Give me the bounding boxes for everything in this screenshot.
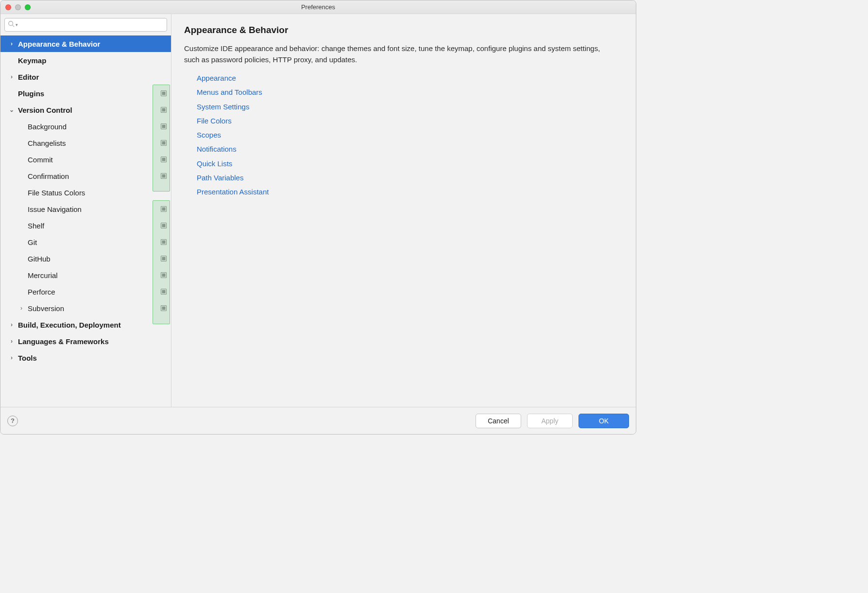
svg-rect-27	[162, 307, 166, 310]
project-scope-icon	[160, 206, 167, 212]
tree-item[interactable]: ·Plugins	[0, 85, 171, 102]
subpage-link[interactable]: Menus and Toolbars	[197, 85, 623, 99]
tree-item[interactable]: ·Keymap	[0, 52, 171, 69]
tree-item[interactable]: ·Background	[0, 118, 171, 135]
subpage-link[interactable]: File Colors	[197, 114, 623, 128]
page-description: Customize IDE appearance and behavior: c…	[184, 43, 602, 65]
svg-rect-11	[162, 158, 166, 161]
tree-item-label: Confirmation	[28, 172, 157, 180]
preferences-window: Preferences ▾ ›Appearance & Behavior·Key…	[0, 0, 636, 435]
project-scope-icon	[160, 288, 167, 295]
tree-item-label: GitHub	[28, 255, 157, 263]
svg-rect-7	[162, 125, 166, 128]
tree-item[interactable]: ·Perforce	[0, 283, 171, 300]
svg-rect-25	[162, 290, 166, 294]
subpage-link[interactable]: Appearance	[197, 71, 623, 85]
help-icon[interactable]: ?	[7, 416, 18, 426]
chevron-down-icon: ⌄	[8, 106, 15, 113]
tree-item-label: Editor	[18, 73, 167, 81]
tree-item-label: Changelists	[28, 139, 157, 147]
tree-item-label: Mercurial	[28, 271, 157, 279]
tree-item[interactable]: ›Editor	[0, 69, 171, 85]
project-scope-icon	[160, 156, 167, 163]
tree-item[interactable]: ·File Status Colors	[0, 184, 171, 201]
tree-item-label: Tools	[18, 354, 167, 362]
project-scope-icon	[160, 106, 167, 113]
subpage-link[interactable]: System Settings	[197, 100, 623, 114]
svg-rect-3	[162, 92, 166, 95]
subpage-link[interactable]: Scopes	[197, 128, 623, 142]
maximize-icon[interactable]	[25, 4, 31, 10]
project-scope-icon	[160, 305, 167, 312]
tree-item-label: Shelf	[28, 222, 157, 230]
svg-rect-23	[162, 274, 166, 277]
tree-item[interactable]: ·Issue Navigation	[0, 201, 171, 217]
search-dropdown-icon[interactable]: ▾	[16, 22, 18, 27]
search-input[interactable]	[21, 21, 164, 29]
tree-item-label: Subversion	[28, 304, 157, 313]
tree-item-label: Git	[28, 238, 157, 246]
tree-item[interactable]: ·GitHub	[0, 250, 171, 267]
tree-item[interactable]: ›Tools	[0, 349, 171, 366]
tree-item[interactable]: ›Languages & Frameworks	[0, 333, 171, 349]
window-title: Preferences	[0, 3, 636, 11]
main-panel: Appearance & Behavior Customize IDE appe…	[171, 14, 636, 407]
project-scope-icon	[160, 222, 167, 229]
chevron-right-icon: ›	[8, 354, 15, 361]
chevron-right-icon: ›	[8, 73, 15, 80]
svg-rect-17	[162, 224, 166, 227]
ok-button[interactable]: OK	[579, 414, 629, 428]
tree-item-label: Perforce	[28, 288, 157, 296]
tree-item[interactable]: ·Git	[0, 234, 171, 250]
project-scope-icon	[160, 173, 167, 179]
svg-point-0	[9, 21, 13, 26]
chevron-right-icon: ›	[18, 305, 25, 312]
apply-button: Apply	[527, 414, 573, 428]
project-scope-icon	[160, 140, 167, 146]
tree-item[interactable]: ·Mercurial	[0, 267, 171, 283]
project-scope-icon	[160, 255, 167, 262]
subpage-links: AppearanceMenus and ToolbarsSystem Setti…	[197, 71, 623, 199]
tree-item[interactable]: ·Shelf	[0, 217, 171, 234]
project-scope-icon	[160, 123, 167, 130]
chevron-right-icon: ›	[8, 338, 15, 345]
tree-item[interactable]: ·Commit	[0, 151, 171, 168]
minimize-icon[interactable]	[15, 4, 21, 10]
tree-item[interactable]: ·Changelists	[0, 135, 171, 151]
close-icon[interactable]	[5, 4, 11, 10]
tree-item-label: Appearance & Behavior	[18, 40, 167, 48]
svg-rect-9	[162, 141, 166, 145]
search-field[interactable]: ▾	[4, 18, 167, 32]
project-scope-icon	[160, 239, 167, 245]
svg-line-1	[13, 25, 15, 27]
svg-rect-5	[162, 108, 166, 112]
tree-item[interactable]: ›Appearance & Behavior	[0, 35, 171, 52]
tree-item-label: Build, Execution, Deployment	[18, 321, 167, 329]
project-scope-icon	[160, 272, 167, 279]
svg-rect-15	[162, 208, 166, 211]
subpage-link[interactable]: Presentation Assistant	[197, 185, 623, 199]
tree-item-label: Version Control	[18, 106, 157, 114]
settings-tree: ›Appearance & Behavior·Keymap›Editor·Plu…	[0, 35, 171, 407]
tree-item[interactable]: ›Subversion	[0, 300, 171, 316]
sidebar: ▾ ›Appearance & Behavior·Keymap›Editor·P…	[0, 14, 171, 407]
subpage-link[interactable]: Quick Lists	[197, 157, 623, 171]
tree-item-label: Plugins	[18, 89, 157, 98]
tree-item-label: Languages & Frameworks	[18, 337, 167, 346]
tree-item[interactable]: ·Confirmation	[0, 168, 171, 184]
footer: ? Cancel Apply OK	[0, 407, 636, 434]
svg-rect-21	[162, 257, 166, 261]
tree-item-label: Issue Navigation	[28, 205, 157, 213]
tree-item-label: Keymap	[18, 56, 167, 65]
page-title: Appearance & Behavior	[184, 25, 623, 35]
tree-item[interactable]: ⌄Version Control	[0, 102, 171, 118]
tree-item-label: Background	[28, 122, 157, 131]
tree-item[interactable]: ›Build, Execution, Deployment	[0, 316, 171, 333]
svg-rect-13	[162, 174, 166, 178]
tree-item-label: File Status Colors	[28, 189, 167, 197]
body: ▾ ›Appearance & Behavior·Keymap›Editor·P…	[0, 14, 636, 407]
cancel-button[interactable]: Cancel	[476, 414, 521, 428]
project-scope-icon	[160, 90, 167, 97]
subpage-link[interactable]: Path Variables	[197, 171, 623, 185]
subpage-link[interactable]: Notifications	[197, 142, 623, 156]
